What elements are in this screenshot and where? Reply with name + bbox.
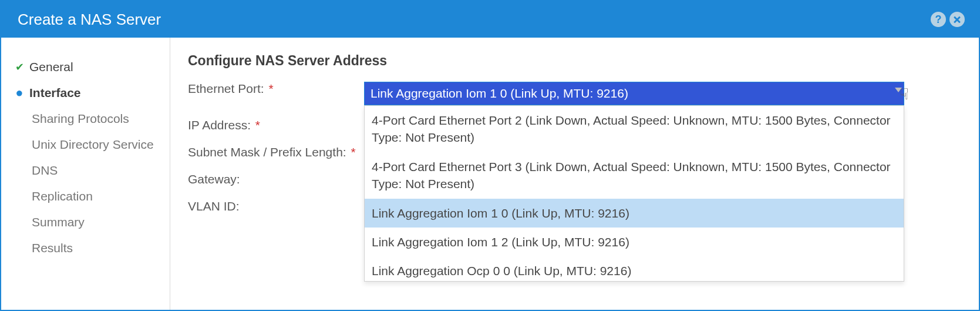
required-asterisk: * xyxy=(351,145,356,159)
chevron-down-icon[interactable] xyxy=(895,88,902,92)
sidebar-item-summary[interactable]: Summary xyxy=(8,209,163,235)
page-title: Configure NAS Server Address xyxy=(188,53,961,69)
ethernet-port-selected: Link Aggregation Iom 1 0 (Link Up, MTU: … xyxy=(371,86,628,101)
wizard-sidebar: ✔ General ● Interface Sharing Protocols … xyxy=(1,38,170,310)
ethernet-port-select[interactable]: Link Aggregation Iom 1 0 (Link Up, MTU: … xyxy=(364,82,904,105)
help-icon[interactable]: ? xyxy=(931,12,946,27)
sidebar-item-label: DNS xyxy=(32,163,58,178)
sidebar-item-label: General xyxy=(29,60,73,74)
label-vlan: VLAN ID: xyxy=(188,199,364,213)
main-panel: Configure NAS Server Address Ethernet Po… xyxy=(170,38,979,310)
titlebar-icons: ? xyxy=(931,12,965,27)
ethernet-port-option[interactable]: 4-Port Card Ethernet Port 2 (Link Down, … xyxy=(365,106,904,152)
sidebar-item-label: Sharing Protocols xyxy=(32,112,129,126)
window-body: ✔ General ● Interface Sharing Protocols … xyxy=(1,38,979,310)
ethernet-port-option[interactable]: Link Aggregation Iom 1 2 (Link Up, MTU: … xyxy=(365,228,904,256)
ethernet-port-option[interactable]: Link Aggregation Ocp 0 0 (Link Up, MTU: … xyxy=(365,256,904,282)
close-icon[interactable] xyxy=(949,12,965,27)
sidebar-item-interface[interactable]: ● Interface xyxy=(8,80,163,106)
window-title: Create a NAS Server xyxy=(18,11,931,29)
titlebar: Create a NAS Server ? xyxy=(1,1,979,38)
ethernet-port-combo[interactable]: Link Aggregation Iom 1 0 (Link Up, MTU: … xyxy=(364,82,904,105)
required-asterisk: * xyxy=(255,118,260,132)
sidebar-item-label: Results xyxy=(32,241,73,255)
sidebar-item-replication[interactable]: Replication xyxy=(8,183,163,209)
sidebar-item-label: Interface xyxy=(29,86,81,100)
sidebar-item-label: Summary xyxy=(32,215,85,229)
ethernet-port-option[interactable]: Link Aggregation Iom 1 0 (Link Up, MTU: … xyxy=(365,199,904,228)
nas-create-window: Create a NAS Server ? ✔ General ● Interf… xyxy=(0,0,980,311)
sidebar-item-sharing-protocols[interactable]: Sharing Protocols xyxy=(8,106,163,132)
label-ethernet-port: Ethernet Port: * xyxy=(188,82,364,96)
sidebar-item-label: Unix Directory Service xyxy=(32,138,154,152)
check-icon: ✔ xyxy=(15,61,23,73)
row-ethernet-port: Ethernet Port: * Link Aggregation Iom 1 … xyxy=(188,82,961,105)
sidebar-item-label: Replication xyxy=(32,189,93,203)
sidebar-item-unix-directory-service[interactable]: Unix Directory Service xyxy=(8,132,163,158)
sidebar-item-results[interactable]: Results xyxy=(8,235,163,261)
label-ip-address: IP Address: * xyxy=(188,118,364,132)
label-gateway: Gateway: xyxy=(188,172,364,186)
ethernet-port-option[interactable]: 4-Port Card Ethernet Port 3 (Link Down, … xyxy=(365,152,904,199)
required-asterisk: * xyxy=(268,82,273,95)
sidebar-item-dns[interactable]: DNS xyxy=(8,158,163,183)
sidebar-item-general[interactable]: ✔ General xyxy=(8,54,163,80)
label-subnet: Subnet Mask / Prefix Length: * xyxy=(188,145,364,159)
ethernet-port-dropdown: 4-Port Card Ethernet Port 2 (Link Down, … xyxy=(364,105,904,282)
